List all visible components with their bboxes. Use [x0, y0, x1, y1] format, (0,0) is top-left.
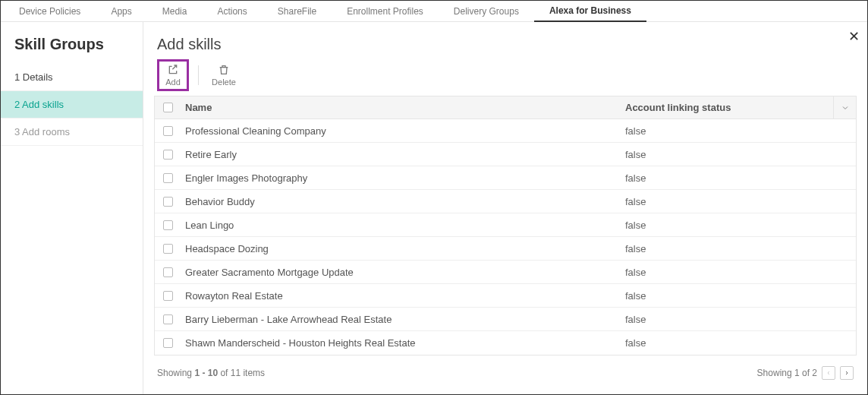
pager: Showing 1 of 2: [757, 366, 854, 380]
topnav-item[interactable]: Device Policies: [4, 2, 96, 21]
table-row[interactable]: Engler Images Photographyfalse: [155, 166, 856, 190]
row-status: false: [621, 314, 856, 325]
row-checkbox[interactable]: [163, 126, 173, 136]
row-name: Retire Early: [181, 149, 621, 160]
sidebar-steps: 1 Details2 Add skills3 Add rooms: [1, 64, 143, 146]
row-status: false: [621, 243, 856, 254]
prev-page-button[interactable]: [822, 366, 835, 380]
row-name: Barry Lieberman - Lake Arrowhead Real Es…: [181, 314, 621, 325]
skills-table: Name Account linking status Professional…: [154, 96, 857, 356]
row-status: false: [621, 172, 856, 184]
table-row[interactable]: Greater Sacramento Mortgage Updatefalse: [155, 261, 856, 284]
row-name: Greater Sacramento Mortgage Update: [181, 267, 621, 278]
add-icon: [167, 64, 179, 76]
sidebar: Skill Groups 1 Details2 Add skills3 Add …: [1, 22, 143, 394]
topnav-item[interactable]: Apps: [96, 2, 146, 21]
delete-button[interactable]: Delete: [208, 59, 240, 91]
row-name: Professional Cleaning Company: [181, 125, 621, 137]
close-icon[interactable]: ✕: [848, 28, 860, 45]
row-checkbox[interactable]: [163, 338, 173, 348]
column-options-dropdown[interactable]: [833, 96, 856, 118]
table-body: Professional Cleaning CompanyfalseRetire…: [155, 119, 856, 355]
topnav-item[interactable]: Actions: [202, 2, 262, 21]
row-checkbox[interactable]: [163, 291, 173, 301]
row-name: Rowayton Real Estate: [181, 290, 621, 302]
topnav-item[interactable]: Enrollment Profiles: [332, 2, 439, 21]
sidebar-title: Skill Groups: [1, 22, 143, 64]
top-nav: Device PoliciesAppsMediaActionsShareFile…: [1, 1, 867, 22]
table-header: Name Account linking status: [155, 96, 856, 119]
delete-icon: [218, 64, 230, 76]
add-button[interactable]: Add: [157, 59, 189, 91]
row-checkbox[interactable]: [163, 267, 173, 277]
table-row[interactable]: Lean Lingofalse: [155, 213, 856, 237]
page-count: Showing 1 of 2: [757, 368, 817, 378]
row-status: false: [621, 267, 856, 278]
row-name: Lean Lingo: [181, 220, 621, 231]
row-checkbox[interactable]: [163, 314, 173, 324]
chevron-down-icon: [841, 103, 850, 112]
next-page-button[interactable]: [840, 366, 854, 380]
table-row[interactable]: Headspace Dozingfalse: [155, 237, 856, 261]
row-status: false: [621, 290, 856, 302]
row-checkbox[interactable]: [163, 173, 173, 183]
row-checkbox[interactable]: [163, 150, 173, 160]
row-name: Headspace Dozing: [181, 243, 621, 254]
toolbar: Add Delete: [157, 59, 857, 91]
page-title: Add skills: [157, 36, 857, 53]
row-checkbox[interactable]: [163, 244, 173, 254]
topnav-item[interactable]: ShareFile: [263, 2, 332, 21]
sidebar-step[interactable]: 3 Add rooms: [1, 118, 143, 146]
select-all-checkbox[interactable]: [163, 103, 173, 112]
row-status: false: [621, 196, 856, 207]
table-row[interactable]: Retire Earlyfalse: [155, 143, 856, 166]
row-checkbox[interactable]: [163, 220, 173, 230]
add-label: Add: [165, 77, 181, 87]
column-name[interactable]: Name: [181, 102, 621, 113]
row-status: false: [621, 220, 856, 231]
topnav-item[interactable]: Media: [147, 2, 203, 21]
delete-label: Delete: [212, 77, 236, 87]
table-row[interactable]: Rowayton Real Estatefalse: [155, 284, 856, 308]
row-status: false: [621, 125, 856, 137]
row-name: Shawn Manderscheid - Houston Heights Rea…: [181, 337, 621, 349]
row-status: false: [621, 149, 856, 160]
chevron-right-icon: [844, 370, 850, 376]
row-name: Engler Images Photography: [181, 172, 621, 184]
row-checkbox[interactable]: [163, 197, 173, 207]
table-row[interactable]: Shawn Manderscheid - Houston Heights Rea…: [155, 331, 856, 355]
row-status: false: [621, 337, 856, 349]
column-status[interactable]: Account linking status: [621, 102, 833, 113]
row-name: Behavior Buddy: [181, 196, 621, 207]
showing-count: Showing 1 - 10 of 11 items: [157, 368, 265, 378]
topnav-item[interactable]: Delivery Groups: [439, 2, 534, 21]
sidebar-step[interactable]: 1 Details: [1, 64, 143, 91]
table-row[interactable]: Professional Cleaning Companyfalse: [155, 119, 856, 143]
topnav-item[interactable]: Alexa for Business: [534, 1, 646, 22]
table-row[interactable]: Behavior Buddyfalse: [155, 190, 856, 213]
chevron-left-icon: [826, 370, 832, 376]
table-footer: Showing 1 - 10 of 11 items Showing 1 of …: [154, 356, 857, 380]
main-panel: ✕ Add skills Add Delete Name Account lin…: [143, 22, 867, 394]
sidebar-step[interactable]: 2 Add skills: [1, 91, 143, 118]
table-row[interactable]: Barry Lieberman - Lake Arrowhead Real Es…: [155, 308, 856, 331]
toolbar-separator: [198, 65, 199, 85]
